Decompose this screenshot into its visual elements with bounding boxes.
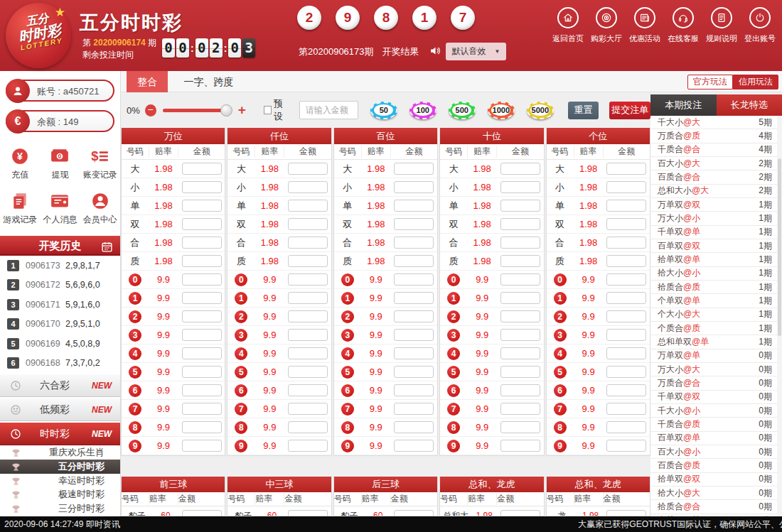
bet-amount-input[interactable] — [500, 163, 540, 175]
bet-amount-input[interactable] — [606, 237, 646, 249]
bet-amount-input[interactable] — [288, 181, 328, 193]
bet-amount-input[interactable] — [288, 163, 328, 175]
quick-action-game-log[interactable]: 游戏记录 — [0, 185, 40, 230]
tab-official-play[interactable]: 官方玩法 — [687, 75, 733, 89]
bet-amount-input[interactable] — [182, 440, 222, 452]
bet-amount-input[interactable] — [606, 181, 646, 193]
submit-bet-button[interactable]: 提交注单 — [609, 102, 650, 119]
bet-amount-input[interactable] — [394, 163, 434, 175]
bet-amount-input[interactable] — [288, 403, 328, 415]
bet-amount-input[interactable] — [606, 347, 646, 359]
bet-amount-input[interactable] — [606, 421, 646, 433]
lottery-item[interactable]: 五分时时彩 — [0, 460, 120, 474]
bet-amount-input[interactable] — [394, 255, 434, 267]
bet-amount-input[interactable] — [288, 440, 328, 452]
bet-amount-input[interactable] — [606, 200, 646, 212]
bet-amount-input[interactable] — [500, 237, 540, 249]
bet-amount-input[interactable] — [394, 421, 434, 433]
bet-amount-input[interactable] — [606, 292, 646, 304]
bet-amount-input[interactable] — [500, 384, 540, 396]
nav-item-power[interactable]: 登出账号 — [741, 7, 779, 44]
bet-amount-input[interactable] — [182, 255, 222, 267]
bet-amount-input[interactable] — [288, 200, 328, 212]
rebate-slider[interactable] — [163, 109, 227, 112]
speaker-icon[interactable] — [429, 45, 441, 59]
lottery-item[interactable]: 幸运时时彩 — [0, 474, 120, 488]
chip-100[interactable]: 100 — [409, 102, 436, 119]
bet-amount-input[interactable] — [500, 310, 540, 322]
tab-credit-play[interactable]: 信用玩法 — [733, 75, 778, 89]
bet-amount-input[interactable] — [394, 218, 434, 230]
bet-amount-input[interactable] — [500, 255, 540, 267]
bet-amount-input[interactable] — [394, 273, 434, 286]
bet-amount-input[interactable] — [288, 237, 328, 249]
bet-amount-input[interactable] — [606, 163, 646, 175]
bet-amount-input[interactable] — [606, 366, 646, 378]
slider-thumb[interactable] — [220, 104, 232, 116]
bet-amount-input[interactable] — [394, 510, 434, 517]
minus-button[interactable]: − — [145, 104, 156, 116]
nav-item-headset[interactable]: 在线客服 — [664, 7, 702, 44]
bet-amount-input[interactable] — [182, 181, 222, 193]
bet-amount-input[interactable] — [288, 218, 328, 230]
bet-amount-input[interactable] — [288, 384, 328, 396]
bet-amount-input[interactable] — [606, 273, 646, 286]
lottery-item[interactable]: 三分时时彩 — [0, 501, 120, 516]
lottery-item[interactable]: 重庆欢乐生肖 — [0, 445, 120, 460]
quick-action-member[interactable]: 会员中心 — [80, 185, 120, 230]
tab-current-bets[interactable]: 本期投注 — [650, 94, 717, 116]
chip-500[interactable]: 500 — [449, 102, 476, 119]
bet-amount-input[interactable] — [394, 329, 434, 341]
bet-amount-input[interactable] — [500, 347, 540, 359]
bet-amount-input[interactable] — [394, 384, 434, 396]
category-时时彩[interactable]: 时时彩NEW — [0, 422, 120, 445]
bet-amount-input[interactable] — [606, 403, 646, 415]
nav-item-home[interactable]: 返回首页 — [549, 7, 587, 44]
bet-amount-input[interactable] — [606, 310, 646, 322]
tab-streak-picks[interactable]: 长龙特选 — [717, 94, 782, 116]
reset-button[interactable]: 重置 — [568, 102, 599, 119]
bet-amount-input[interactable] — [394, 181, 434, 193]
bet-amount-input[interactable] — [288, 310, 328, 322]
sound-effect-select[interactable]: 默认音效 ▼ — [446, 43, 507, 60]
bet-amount-input[interactable] — [606, 255, 646, 267]
bet-amount-input[interactable] — [394, 310, 434, 322]
bet-amount-input[interactable] — [500, 440, 540, 452]
bet-amount-input[interactable] — [182, 347, 222, 359]
bet-amount-input[interactable] — [500, 421, 540, 433]
quick-action-recharge[interactable]: ¥充值 — [0, 141, 40, 185]
bet-amount-input[interactable] — [182, 200, 222, 212]
nav-item-rules[interactable]: 规则说明 — [702, 7, 741, 44]
bet-amount-input[interactable] — [288, 421, 328, 433]
nav-item-disc[interactable]: 购彩大厅 — [587, 7, 626, 44]
bet-amount-input[interactable] — [288, 273, 328, 286]
tab-single-span[interactable]: 一字、跨度 — [171, 71, 246, 92]
bet-amount-input[interactable] — [394, 347, 434, 359]
nav-item-news[interactable]: 优惠活动 — [626, 7, 664, 44]
bet-amount-input[interactable] — [500, 292, 540, 304]
plus-button[interactable]: + — [238, 102, 246, 118]
bet-amount-input[interactable] — [500, 329, 540, 341]
bet-amount-input[interactable] — [606, 440, 646, 452]
lottery-item[interactable]: 极速时时彩 — [0, 487, 120, 501]
bet-amount-input[interactable] — [182, 403, 222, 415]
bet-amount-input[interactable] — [606, 329, 646, 341]
quick-action-message[interactable]: 个人消息 — [40, 185, 80, 230]
chip-50[interactable]: 50 — [370, 102, 397, 119]
preset-checkbox[interactable] — [264, 106, 272, 114]
tab-combined[interactable]: 整合 — [127, 71, 168, 92]
category-六合彩[interactable]: 六合彩NEW — [0, 374, 120, 397]
bet-amount-input[interactable] — [182, 237, 222, 249]
bet-amount-input[interactable] — [182, 218, 222, 230]
preset-toggle[interactable]: 预设 — [264, 97, 291, 123]
bet-amount-input[interactable] — [394, 440, 434, 452]
bet-amount-input[interactable] — [394, 292, 434, 304]
quick-action-account-log[interactable]: $账变记录 — [80, 141, 120, 185]
bet-amount-input[interactable] — [288, 255, 328, 267]
bet-amount-input[interactable] — [500, 181, 540, 193]
bet-amount-input[interactable] — [182, 163, 222, 175]
bet-amount-input[interactable] — [182, 292, 222, 304]
bet-amount-input[interactable] — [500, 403, 540, 415]
scrollbar-thumb[interactable] — [778, 158, 781, 336]
bet-amount-input[interactable] — [500, 273, 540, 286]
